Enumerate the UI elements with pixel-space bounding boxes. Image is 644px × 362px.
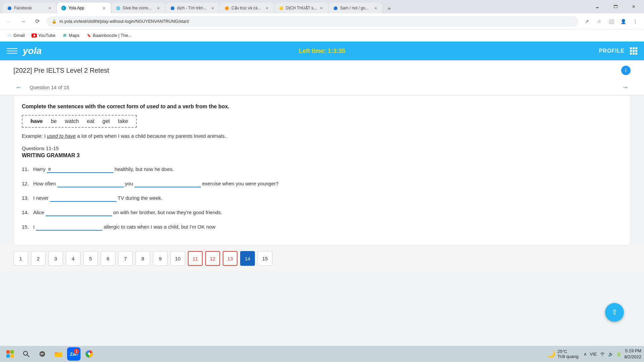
new-tab-button[interactable]: +	[384, 4, 394, 13]
address-input[interactable]: 🔒 m.yola.vn/test/ols9ht/play-without-log…	[46, 16, 578, 27]
answer-input-14[interactable]	[46, 208, 112, 216]
example-suffix: a lot of pets when I was a child because…	[77, 133, 227, 139]
hamburger-menu[interactable]	[7, 46, 17, 56]
tab-sam[interactable]: 🔵 Sam / not / go... ✕	[329, 3, 382, 13]
weather-desc: Trời quang	[557, 354, 578, 359]
weather-temp: 25°C	[557, 349, 578, 354]
yola-logo: yola	[23, 46, 42, 56]
sentence-13-row: 13. I never TV during the week.	[22, 194, 622, 202]
word-box: have be watch eat get take	[22, 115, 137, 128]
tab-sam-title: Sam / not / go...	[340, 6, 371, 10]
tab-dich2[interactable]: 🟡 DỊCH THUẬT s... ✕	[274, 3, 328, 13]
sentence-12-you: you	[125, 181, 133, 186]
search-taskbar-icon[interactable]	[19, 347, 34, 361]
page-btn-6[interactable]: 6	[101, 251, 115, 266]
sentence-11-num: 11.	[22, 166, 32, 172]
refresh-button[interactable]: ⟳	[32, 16, 42, 26]
tab-sam-close[interactable]: ✕	[373, 5, 378, 11]
close-button[interactable]: ✕	[626, 1, 641, 12]
tab-give-close[interactable]: ✕	[156, 5, 161, 11]
sentence-13-num: 13.	[22, 195, 32, 201]
page-btn-9[interactable]: 9	[153, 251, 168, 266]
more-button[interactable]: ⋮	[631, 17, 640, 26]
sentence-15-num: 15.	[22, 224, 32, 230]
tab-yola-close[interactable]: ✕	[101, 5, 107, 11]
scroll-top-button[interactable]: ⇧	[605, 303, 624, 322]
page-btn-12[interactable]: 12	[205, 251, 220, 266]
bookmark-gmail[interactable]: ✉️ Gmail	[4, 32, 28, 40]
tab-dich-close[interactable]: ✕	[210, 5, 215, 11]
answer-input-12a[interactable]	[57, 180, 124, 187]
tab-view-button[interactable]: ⬜	[606, 17, 616, 26]
page-btn-13[interactable]: 13	[223, 251, 237, 266]
apps-grid-icon[interactable]	[630, 47, 637, 55]
page-btn-1[interactable]: 1	[13, 251, 28, 266]
tray-wifi[interactable]	[599, 352, 605, 356]
tab-cau-close[interactable]: ✕	[264, 5, 270, 11]
tab-give[interactable]: 🌐 Give the corre... ✕	[111, 3, 165, 13]
answer-input-12b[interactable]	[135, 180, 201, 187]
page-btn-2[interactable]: 2	[31, 251, 46, 266]
tray-lang[interactable]: VIE	[590, 352, 597, 357]
sentence-14-prefix: Alice	[33, 209, 44, 215]
minimize-button[interactable]: 🗕	[590, 1, 605, 12]
files-taskbar-icon[interactable]	[51, 347, 66, 361]
chat-taskbar-icon[interactable]	[35, 347, 50, 361]
youtube-favicon	[32, 33, 37, 38]
svg-point-13	[88, 353, 90, 355]
example-prefix: Example: I	[22, 133, 47, 139]
bookmark-baamboozle-label: Baamboozle | The...	[93, 33, 132, 38]
tab-facebook[interactable]: 🔵 Facebook ✕	[3, 3, 56, 13]
answer-input-11[interactable]	[47, 165, 113, 173]
tab-yola-favicon: Y	[61, 5, 66, 11]
start-button[interactable]	[3, 347, 17, 361]
clock[interactable]: 5:19 PM 8/2/2022	[624, 348, 641, 360]
address-text: m.yola.vn/test/ols9ht/play-without-login…	[59, 19, 573, 24]
page-btn-10[interactable]: 10	[170, 251, 185, 266]
zalo-taskbar-icon[interactable]: Zan 1	[67, 347, 80, 361]
page-btn-7[interactable]: 7	[118, 251, 133, 266]
page-btn-15[interactable]: 15	[258, 251, 272, 266]
share-button[interactable]: ↗	[582, 17, 592, 26]
tab-dich[interactable]: 🔵 dịch - Tìm trên... ✕	[166, 3, 219, 13]
profile-button[interactable]: 👤	[619, 17, 628, 26]
maximize-button[interactable]: 🗖	[608, 1, 623, 12]
next-question-button[interactable]: →	[620, 82, 631, 93]
bookmark-baamboozle[interactable]: 🔖 Baamboozle | The...	[84, 32, 135, 40]
page-btn-5[interactable]: 5	[83, 251, 98, 266]
tab-cau-title: Cấu trúc và cá...	[231, 6, 262, 10]
tab-cau[interactable]: 🟠 Cấu trúc và cá... ✕	[220, 3, 274, 13]
tray-volume[interactable]: 🔊	[608, 352, 613, 357]
test-title-row: [2022] Pre IELTS Level 2 Retest i	[13, 66, 631, 79]
chrome-taskbar-icon[interactable]	[82, 347, 97, 361]
page-btn-14[interactable]: 14	[240, 251, 255, 266]
weather-icon: 🌙	[547, 350, 555, 358]
answer-input-13[interactable]	[50, 194, 116, 202]
page-btn-4[interactable]: 4	[66, 251, 80, 266]
sentence-13-suffix: TV during the week.	[118, 195, 162, 201]
tab-dich-favicon: 🔵	[170, 5, 175, 11]
tray-battery[interactable]: 🔋	[616, 352, 622, 357]
tab-facebook-close[interactable]: ✕	[47, 5, 52, 11]
profile-button[interactable]: PROFILE	[599, 48, 625, 54]
prev-question-button[interactable]: ←	[13, 82, 24, 93]
tab-facebook-favicon: 🔵	[7, 5, 12, 11]
page-btn-11[interactable]: 11	[188, 251, 203, 266]
answer-input-15[interactable]	[36, 223, 102, 231]
svg-rect-10	[55, 352, 57, 354]
page-btn-3[interactable]: 3	[48, 251, 63, 266]
weather-widget[interactable]: 🌙 25°C Trời quang	[544, 348, 581, 360]
bookmark-youtube[interactable]: YouTube	[29, 32, 58, 40]
back-button[interactable]: ←	[4, 16, 14, 26]
baamboozle-favicon: 🔖	[86, 33, 92, 38]
forward-button[interactable]: →	[18, 16, 28, 26]
example-used-to-have: used to have	[47, 133, 76, 139]
bookmark-maps[interactable]: 🗺️ Maps	[59, 32, 82, 40]
tray-expand[interactable]: ∧	[584, 352, 587, 357]
tab-yola[interactable]: Y Yola App ✕	[57, 3, 111, 13]
test-title: [2022] Pre IELTS Level 2 Retest	[13, 67, 109, 74]
info-icon[interactable]: i	[621, 66, 631, 75]
star-button[interactable]: ☆	[594, 17, 604, 26]
tab-dich2-close[interactable]: ✕	[319, 5, 324, 11]
page-btn-8[interactable]: 8	[136, 251, 150, 266]
